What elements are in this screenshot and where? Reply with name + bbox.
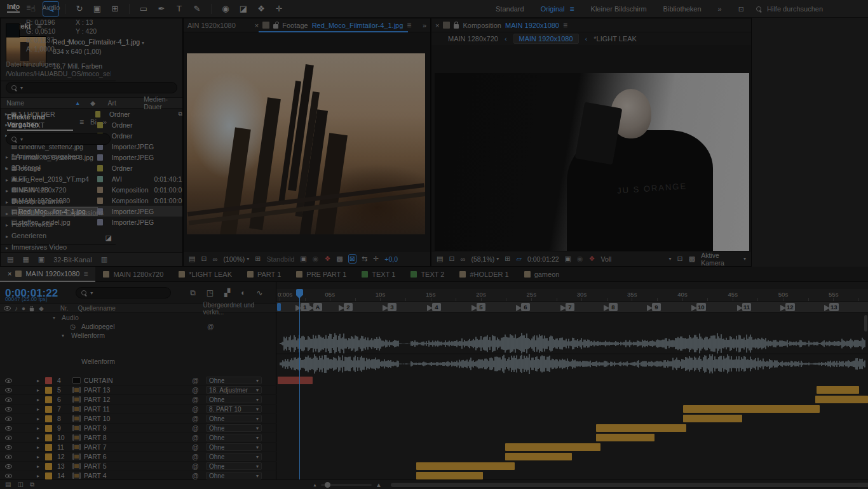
always-preview-icon[interactable]: ▤: [189, 255, 195, 263]
close-icon[interactable]: ×: [255, 22, 259, 29]
parent-select[interactable]: Ohne▾: [206, 377, 262, 384]
col-nr[interactable]: Nr.: [60, 305, 78, 312]
comp-flowchart-icon[interactable]: ⧉: [190, 288, 196, 297]
panel-menu-icon[interactable]: ≡: [83, 269, 88, 278]
layer-row-part-13[interactable]: ▸5PART 13@18. Adjustmer▾: [0, 385, 276, 395]
project-column-headers[interactable]: Name ▲ ◆ Art Medien-Dauer: [1, 97, 182, 109]
channel-icon[interactable]: ∞: [461, 255, 466, 263]
layer-label-color[interactable]: [45, 425, 52, 432]
layer-row-part-5[interactable]: ▸13PART 5@Ohne▾: [0, 462, 276, 471]
layer-row-part-8[interactable]: ▸10PART 8@Ohne▾: [0, 433, 276, 443]
zoom-out-icon[interactable]: ▲: [313, 483, 317, 487]
transfer-modes-icon[interactable]: ◫: [17, 481, 23, 488]
tab-info[interactable]: Info: [7, 3, 20, 13]
time-ruler[interactable]: 0:00s05s10s15s20s25s30s35s40s45s50s55s: [276, 289, 868, 302]
resize-grip-icon[interactable]: ◪: [105, 234, 112, 242]
layer-row-part-11[interactable]: ▸7PART 11@8. PART 10▾: [0, 405, 276, 414]
workspace-original[interactable]: Original: [541, 5, 565, 13]
effect-category-row[interactable]: ▸Immersives Video: [6, 242, 116, 251]
pick-whip-icon[interactable]: @: [192, 386, 206, 394]
vertical-scrollbar[interactable]: [864, 315, 867, 332]
layer-bar-part-11[interactable]: [683, 405, 820, 413]
graph-editor-icon[interactable]: ∿: [257, 288, 263, 297]
eye-icon[interactable]: [5, 388, 12, 392]
crumb-main1920x1080[interactable]: MAIN 1920x1080: [513, 34, 579, 44]
layer-row-part-9[interactable]: ▸9PART 9@Ohne▾: [0, 424, 276, 433]
parent-select[interactable]: Ohne▾: [206, 462, 262, 470]
eye-icon[interactable]: [5, 426, 12, 431]
layer-bar-part-6[interactable]: [505, 453, 572, 460]
layer-row-part-7[interactable]: ▸11PART 7@Ohne▾: [0, 443, 276, 452]
crumb-main1280x720[interactable]: MAIN 1280x720: [448, 35, 498, 43]
eye-icon[interactable]: [5, 407, 12, 412]
tab-audio[interactable]: Audio: [42, 4, 60, 11]
layer-bar-part-13[interactable]: [817, 386, 859, 394]
comp-tab-prepart1[interactable]: PRE PART 1: [288, 267, 354, 282]
channel-icon[interactable]: ∞: [213, 255, 218, 263]
workspace-bibliotheken[interactable]: Bibliotheken: [663, 5, 702, 13]
work-area-start-handle[interactable]: [277, 303, 281, 311]
eye-icon[interactable]: [5, 417, 12, 421]
workspace-standard[interactable]: Standard: [496, 5, 524, 13]
marker-bar[interactable]: 1A2345678910111213: [276, 302, 868, 312]
effect-category-row[interactable]: ▸Einstellungen für Expressions: [6, 208, 116, 219]
pick-whip-icon[interactable]: @: [192, 472, 206, 479]
layer-bar-part-5[interactable]: [416, 462, 515, 470]
playhead[interactable]: [299, 289, 300, 479]
in-out-icon[interactable]: ⧉: [30, 481, 34, 488]
zoom-slider-thumb[interactable]: [325, 482, 330, 488]
effect-category-row[interactable]: ▸3D-Kanal: [6, 163, 116, 174]
reset-exposure-icon[interactable]: ⇆: [362, 255, 367, 263]
workspace-menu-icon[interactable]: ≡: [570, 4, 574, 13]
eye-icon[interactable]: [5, 436, 12, 440]
layer-row-part-6[interactable]: ▸12PART 6@Ohne▾: [0, 452, 276, 462]
footage-view-area[interactable]: [184, 32, 430, 251]
layer-label-color[interactable]: [45, 434, 52, 441]
tab-footage-label[interactable]: Footage: [282, 22, 308, 29]
layer-bar-part-10[interactable]: [683, 415, 742, 422]
zoom-in-icon[interactable]: ▲: [376, 481, 382, 488]
camera-select[interactable]: Aktive Kamera▾: [701, 251, 746, 267]
eye-icon[interactable]: [5, 445, 12, 450]
eye-icon[interactable]: [5, 464, 12, 469]
exposure-icon[interactable]: ⊠: [349, 255, 356, 263]
clone-stamp-tool-icon[interactable]: ◉: [218, 2, 233, 16]
tab-overflow[interactable]: »: [423, 22, 426, 29]
pick-whip-icon[interactable]: @: [192, 405, 206, 413]
layer-bar-part-4[interactable]: [416, 472, 483, 479]
workspace-overflow[interactable]: »: [718, 5, 722, 13]
pick-whip-icon[interactable]: @: [192, 443, 206, 451]
partial-tab-main1920[interactable]: AIN 1920x1080: [187, 22, 236, 29]
effect-category-row[interactable]: ▸Audio: [6, 174, 116, 185]
new-comp-icon[interactable]: ▣: [38, 255, 44, 264]
show-snapshot-icon[interactable]: ◉: [313, 255, 319, 263]
layer-row-curtain[interactable]: ▸4CURTAIN@Ohne▾: [0, 376, 276, 385]
transparency-grid-icon[interactable]: ▩: [336, 255, 342, 263]
comp-tab-text2[interactable]: TEXT 2: [403, 267, 452, 282]
comp-tab-text1[interactable]: TEXT 1: [354, 267, 403, 282]
comp-tab-main1920x1080[interactable]: ×MAIN 1920x1080≡: [0, 267, 95, 282]
comp-view-area[interactable]: JU S ORANGE: [431, 45, 751, 251]
comp-tab-holder1[interactable]: #HOLDER 1: [452, 267, 516, 282]
resolution-select[interactable]: Voll▾: [600, 255, 671, 263]
horizontal-scrollbar[interactable]: [391, 482, 859, 488]
effect-category-row[interactable]: ▸Farbkorrektur: [6, 219, 116, 231]
eye-icon[interactable]: [5, 474, 12, 478]
rect-tool-icon[interactable]: ▭: [136, 2, 151, 16]
eye-icon[interactable]: [5, 455, 12, 459]
layer-label-color[interactable]: [45, 396, 52, 403]
channels-icon[interactable]: ❖: [324, 255, 330, 263]
motion-blur-icon[interactable]: ◐: [241, 288, 245, 297]
viewer-lock-swatch[interactable]: [262, 22, 269, 29]
layer-label-color[interactable]: [45, 453, 52, 460]
frame-blend-icon[interactable]: ▞: [224, 288, 230, 297]
tab-overflow[interactable]: »: [103, 118, 109, 126]
roi-icon[interactable]: ⊞: [255, 255, 261, 263]
pick-whip-icon[interactable]: @: [192, 377, 206, 384]
panel-menu-icon[interactable]: ≡: [407, 21, 411, 30]
tab-footage-file[interactable]: Red_Moco_Filmtailor-4_1.jpg: [312, 22, 403, 29]
effect-category-row[interactable]: ▸* Animationsvorgaben: [6, 151, 116, 163]
rotobrush-tool-icon[interactable]: ❖: [254, 2, 269, 16]
show-snapshot-icon[interactable]: ◉: [577, 255, 583, 263]
lock-icon[interactable]: [454, 24, 459, 29]
